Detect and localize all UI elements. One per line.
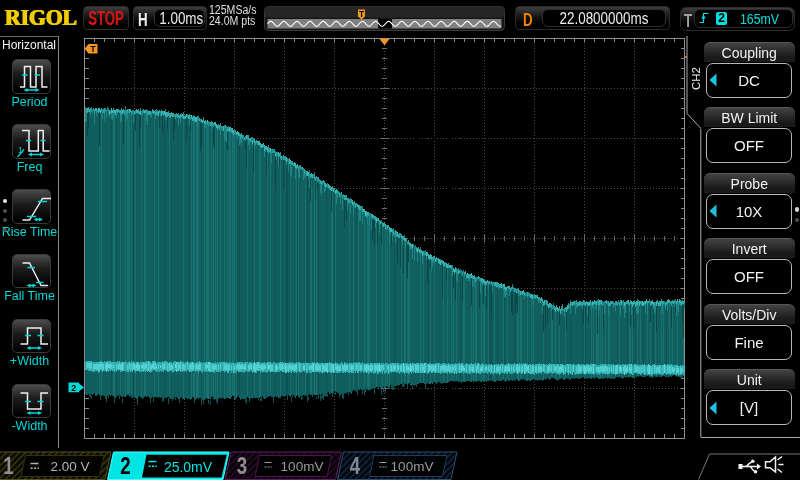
svg-text:2.00 V: 2.00 V [50,459,89,474]
svg-text:T: T [359,8,365,18]
svg-text:25.0mV: 25.0mV [164,459,213,475]
svg-text:100mV: 100mV [281,459,324,474]
svg-text:100mV: 100mV [391,459,434,474]
svg-text:2: 2 [120,453,130,480]
svg-text:3: 3 [237,453,247,480]
svg-text:2: 2 [71,383,76,393]
svg-text:T: T [90,44,96,54]
svg-text:4: 4 [350,453,360,480]
svg-text:1: 1 [3,453,13,480]
